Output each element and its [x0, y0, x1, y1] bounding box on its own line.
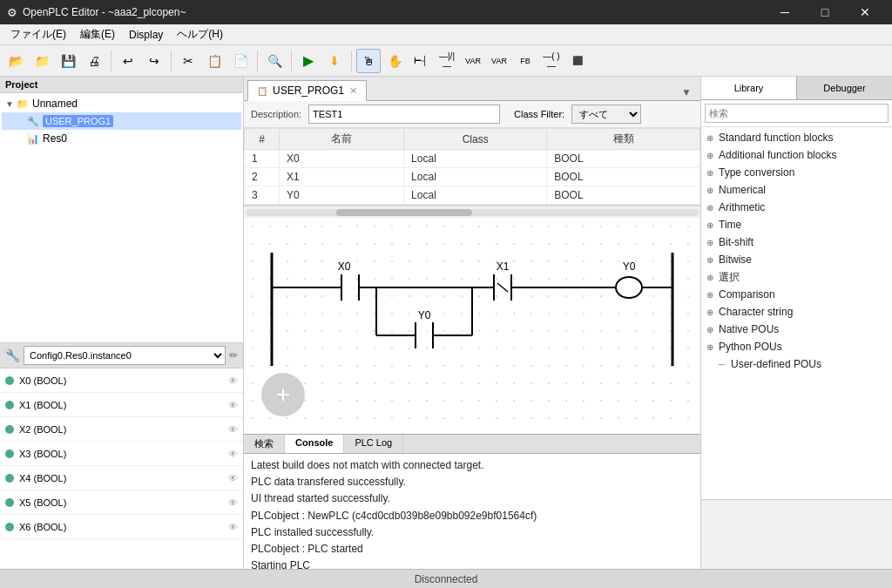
toolbar-fb[interactable]: FB: [513, 49, 537, 73]
library-item[interactable]: ⊕ Bit-shift: [701, 233, 892, 251]
var-eye-icon[interactable]: 👁: [228, 449, 238, 459]
var-eye-icon[interactable]: 👁: [228, 400, 238, 410]
library-item[interactable]: ⊕ Python POUs: [701, 338, 892, 355]
tree-item-res0[interactable]: 📊 Res0: [2, 130, 241, 147]
library-item[interactable]: ⊕ Arithmetic: [701, 199, 892, 216]
lib-label: Additional function blocks: [719, 149, 836, 161]
table-row[interactable]: 2 X1 Local BOOL: [245, 168, 700, 186]
toolbar-var[interactable]: VAR: [461, 49, 485, 73]
toolbar-run[interactable]: ▶: [296, 49, 321, 73]
tab-userprog1[interactable]: 📋 USER_PROG1 ✕: [247, 80, 367, 101]
cell-class: Local: [404, 186, 547, 205]
var-name: X5 (BOOL): [19, 497, 228, 508]
toolbar-contact[interactable]: ⊢┤: [409, 49, 433, 73]
config-edit-icon[interactable]: ✏: [229, 349, 238, 362]
var-name: X4 (BOOL): [19, 473, 228, 483]
toolbar-paste[interactable]: 📄: [228, 49, 253, 73]
menu-file[interactable]: ファイル(E): [3, 25, 73, 44]
variable-list: X0 (BOOL) 👁 X1 (BOOL) 👁 X2 (BOOL) 👁 X3 (…: [0, 368, 243, 569]
toolbar-redo[interactable]: ↪: [142, 49, 166, 73]
library-item[interactable]: ⊕ Bitwise: [701, 251, 892, 268]
menu-help[interactable]: ヘルプ(H): [170, 25, 230, 44]
toolbar-zoom[interactable]: 🔍: [262, 49, 287, 73]
toolbar-cut[interactable]: ✂: [176, 49, 200, 73]
tab-library[interactable]: Library: [701, 77, 797, 99]
var-eye-icon[interactable]: 👁: [228, 497, 238, 508]
var-eye-icon[interactable]: 👁: [228, 375, 238, 386]
library-item[interactable]: ⊕ Time: [701, 216, 892, 233]
tab-debugger[interactable]: Debugger: [797, 77, 892, 99]
toolbar-save[interactable]: 💾: [56, 49, 80, 73]
table-row[interactable]: 3 Y0 Local BOOL: [245, 186, 700, 205]
table-row[interactable]: 1 X0 Local BOOL: [245, 150, 700, 168]
console-line: Starting PLC: [251, 558, 693, 569]
library-item[interactable]: ⊕ Character string: [701, 303, 892, 321]
var-eye-icon[interactable]: 👁: [228, 522, 238, 532]
menu-edit[interactable]: 編集(E): [73, 25, 122, 44]
variable-item[interactable]: X5 (BOOL) 👁: [0, 490, 243, 515]
config-select[interactable]: Config0.Res0.instance0: [24, 346, 226, 365]
toolbar-coil[interactable]: —( )—: [539, 49, 564, 73]
close-button[interactable]: ✕: [845, 0, 885, 24]
console-tab-plclog[interactable]: PLC Log: [344, 435, 403, 453]
var-eye-icon[interactable]: 👁: [228, 473, 238, 483]
tree-item-userprog1[interactable]: 🔧 USER_PROG1: [2, 112, 241, 130]
variable-item[interactable]: X1 (BOOL) 👁: [0, 393, 243, 417]
toolbar-block[interactable]: ⬛: [565, 49, 590, 73]
add-rung-button[interactable]: +: [261, 373, 305, 416]
library-item[interactable]: ⊕ Standard function blocks: [701, 129, 892, 146]
variable-item[interactable]: X2 (BOOL) 👁: [0, 417, 243, 442]
tree-item-unnamed[interactable]: ▼ 📁 Unnamed: [2, 95, 241, 112]
var-name: X0 (BOOL): [19, 375, 228, 386]
tab-close-button[interactable]: ✕: [349, 85, 357, 97]
toolbar-pointer[interactable]: 🖱: [356, 49, 381, 73]
lib-label: Comparison: [719, 288, 775, 301]
lib-label: Type conversion: [719, 166, 794, 179]
lib-label: User-defined POUs: [731, 358, 821, 370]
menu-display[interactable]: Display: [122, 27, 170, 43]
class-filter-select[interactable]: すべて: [571, 105, 641, 124]
variable-item[interactable]: X6 (BOOL) 👁: [0, 515, 243, 539]
library-item[interactable]: ⊕ Comparison: [701, 286, 892, 303]
svg-text:X0: X0: [338, 260, 351, 273]
variable-item[interactable]: X0 (BOOL) 👁: [0, 368, 243, 393]
library-item[interactable]: ⊕ Additional function blocks: [701, 146, 892, 164]
toolbar-new[interactable]: 📂: [3, 49, 28, 73]
ladder-diagram-area[interactable]: + X0: [244, 218, 700, 434]
toolbar-contact2[interactable]: —|/|—: [435, 49, 459, 73]
horizontal-scrollbar[interactable]: [244, 206, 700, 218]
var-eye-icon[interactable]: 👁: [228, 424, 238, 435]
library-item[interactable]: ⊕ 選択: [701, 268, 892, 286]
library-item[interactable]: ⊕ Native POUs: [701, 321, 892, 338]
library-item[interactable]: ─ User-defined POUs: [701, 355, 892, 373]
description-input[interactable]: [308, 105, 500, 124]
library-search-bar: [701, 100, 892, 127]
var-dot: [5, 523, 14, 531]
library-item[interactable]: ⊕ Numerical: [701, 181, 892, 199]
toolbar-stop[interactable]: ⬇: [322, 49, 347, 73]
toolbar-var2[interactable]: VAR: [487, 49, 511, 73]
toolbar-undo[interactable]: ↩: [116, 49, 140, 73]
console-tab-console[interactable]: Console: [285, 435, 344, 453]
variable-item[interactable]: X3 (BOOL) 👁: [0, 442, 243, 466]
cell-class: Local: [404, 150, 547, 168]
project-tree: ▼ 📁 Unnamed 🔧 USER_PROG1 📊 Res0: [0, 93, 243, 342]
console-tabs: 検索 Console PLC Log: [244, 435, 700, 454]
lib-expand-icon: ⊕: [706, 325, 719, 335]
variable-item[interactable]: X4 (BOOL) 👁: [0, 466, 243, 490]
toolbar-copy[interactable]: 📋: [202, 49, 226, 73]
toolbar-hand[interactable]: ✋: [382, 49, 407, 73]
var-dot: [5, 498, 14, 507]
console-tab-search[interactable]: 検索: [244, 435, 285, 453]
lib-expand-icon: ⊕: [706, 133, 719, 143]
maximize-button[interactable]: □: [805, 0, 845, 24]
minimize-button[interactable]: ─: [765, 0, 805, 24]
svg-text:Y0: Y0: [623, 260, 636, 273]
lib-expand-icon: ⊕: [706, 168, 719, 178]
titlebar: ⚙ OpenPLC Editor - ~aaa2_plcopen~ ─ □ ✕: [0, 0, 892, 24]
library-item[interactable]: ⊕ Type conversion: [701, 164, 892, 181]
tab-menu-button[interactable]: ▼: [676, 84, 697, 100]
toolbar-open[interactable]: 📁: [30, 49, 54, 73]
toolbar-print[interactable]: 🖨: [82, 49, 106, 73]
library-search-input[interactable]: [705, 104, 889, 123]
